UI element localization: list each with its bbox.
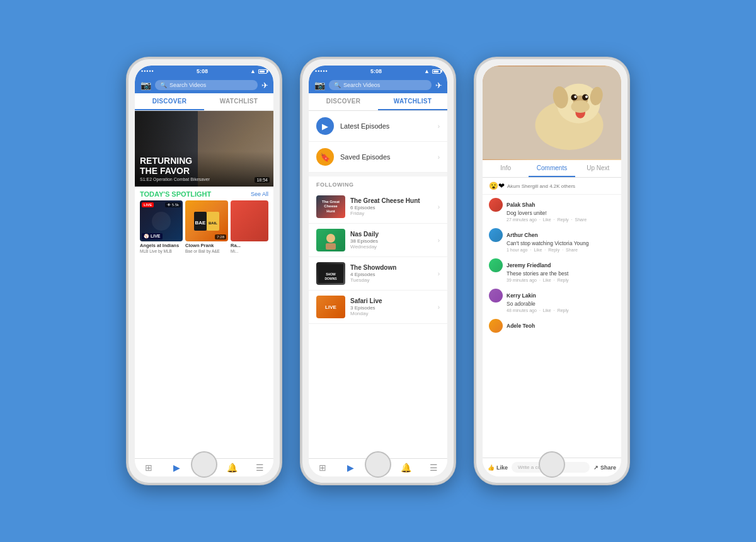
- video-source-0: MLB Live by MLB: [140, 249, 183, 253]
- search-label-1: Search Videos: [169, 82, 206, 88]
- comment-like-2[interactable]: Like: [543, 278, 551, 282]
- comment-reply-1[interactable]: Reply: [548, 248, 559, 252]
- hero-duration: 18:54: [255, 177, 270, 183]
- home-button-3[interactable]: [539, 451, 565, 478]
- video-info-1: Clown Prank Bae or Bail by A&E: [185, 241, 228, 255]
- comment-share-1[interactable]: Share: [566, 248, 578, 252]
- nav-video-2[interactable]: ▶: [336, 463, 364, 473]
- video-card-1[interactable]: 7:28 BAE BAIL Clown Pr: [185, 200, 228, 255]
- following-name-0: The Great Cheese Hunt: [350, 197, 433, 204]
- nav-bell-2[interactable]: 🔔: [392, 463, 420, 473]
- like-btn[interactable]: 👍 Like: [488, 464, 508, 471]
- detail-tab-info[interactable]: Info: [483, 160, 529, 177]
- comment-like-3[interactable]: Like: [543, 308, 551, 313]
- home-button-1[interactable]: [191, 451, 217, 478]
- video-hero[interactable]: [483, 66, 621, 160]
- svg-text:DOWNS: DOWNS: [324, 277, 337, 280]
- status-icons-1: ▲: [250, 68, 267, 74]
- video-card-2[interactable]: Ra... Mi...: [231, 200, 268, 255]
- video-thumb-1: 7:28 BAE BAIL: [185, 200, 228, 241]
- phone-screen-2: ••••• 5:08 ▲ 📷 🔍 Search Videos ✈: [309, 66, 447, 476]
- following-eps-1: 38 Episodes: [350, 238, 433, 244]
- following-item-0[interactable]: The GreatCheeseHunt The Great Cheese Hun…: [309, 190, 447, 224]
- signal-dots-1: •••••: [141, 68, 154, 74]
- tab-discover-1[interactable]: DISCOVER: [135, 93, 204, 110]
- svg-text:BAE: BAE: [195, 220, 207, 226]
- camera-icon-1[interactable]: 📷: [140, 80, 151, 90]
- hero-overlay: RETURNINGTHE FAVOR S1:E2 Operation Comba…: [135, 151, 273, 187]
- chevron-icon-1: ›: [438, 154, 440, 161]
- search-icon-2: 🔍: [334, 82, 341, 88]
- following-name-3: Safari Live: [350, 297, 433, 304]
- video-card-0[interactable]: LIVE 👁 5.5k ⚾ LIVE Angels at Indians MLB…: [140, 200, 183, 255]
- phone-3: Info Comments Up Next 😮❤ Akum Shergill a…: [474, 57, 630, 485]
- messenger-icon-2[interactable]: ✈: [435, 81, 442, 90]
- video-thumb-0: LIVE 👁 5.5k ⚾ LIVE: [140, 200, 183, 241]
- following-info-3: Safari Live 3 Episodes Monday: [350, 297, 433, 316]
- following-item-2[interactable]: SHOWDOWNS The Showdown 4 Episodes Tuesda…: [309, 257, 447, 291]
- detail-tab-upnext[interactable]: Up Next: [575, 160, 621, 177]
- reaction-icons: 😮❤: [489, 182, 505, 190]
- tab-discover-2[interactable]: DISCOVER: [309, 93, 378, 110]
- nav-home-1[interactable]: ⊞: [135, 463, 163, 473]
- detail-tab-comments[interactable]: Comments: [529, 160, 575, 177]
- hero-image-1[interactable]: RETURNINGTHE FAVOR S1:E2 Operation Comba…: [135, 111, 273, 187]
- svg-point-5: [326, 234, 335, 243]
- svg-point-0: [152, 212, 171, 231]
- video-info-2: Ra... Mi...: [231, 241, 268, 255]
- comment-content-4: Adele Teoh: [507, 319, 615, 333]
- search-bar-1[interactable]: 🔍 Search Videos: [155, 80, 258, 90]
- camera-icon-2[interactable]: 📷: [314, 80, 325, 90]
- screen-content-2: ••••• 5:08 ▲ 📷 🔍 Search Videos ✈: [309, 66, 447, 476]
- share-btn[interactable]: ↗ Share: [593, 464, 616, 471]
- watchlist-item-1[interactable]: 🔖 Saved Episodes ›: [309, 142, 447, 173]
- comment-text-2: These stories are the best: [507, 270, 615, 277]
- following-item-1[interactable]: Nas Daily 38 Episodes Wednesday ›: [309, 224, 447, 257]
- following-item-3[interactable]: LIVE Safari Live 3 Episodes Monday ›: [309, 291, 447, 324]
- tabs-1: DISCOVER WATCHLIST: [135, 93, 273, 111]
- comment-like-0[interactable]: Like: [543, 217, 551, 222]
- comment-reply-3[interactable]: Reply: [558, 308, 569, 313]
- comment-item-0: Palak Shah Dog lovers unite! 27 minutes …: [483, 195, 621, 225]
- comment-text-0: Dog lovers unite!: [507, 210, 615, 216]
- nav-menu-2[interactable]: ☰: [420, 463, 447, 473]
- comment-content-1: Arthur Chen Can't stop watching Victoria…: [507, 228, 615, 252]
- status-bar-1: ••••• 5:08 ▲: [135, 66, 273, 77]
- video-title-1: Clown Prank: [185, 243, 228, 248]
- comment-item-4: Adele Teoh: [483, 316, 621, 336]
- watchlist-item-0[interactable]: ▶ Latest Episodes ›: [309, 111, 447, 142]
- comment-like-1[interactable]: Like: [534, 248, 542, 252]
- nav-bell-1[interactable]: 🔔: [218, 463, 246, 473]
- tabs-2: DISCOVER WATCHLIST: [309, 93, 447, 111]
- following-eps-0: 6 Episodes: [350, 205, 433, 210]
- nav-menu-1[interactable]: ☰: [246, 463, 273, 473]
- following-day-2: Tuesday: [350, 277, 433, 283]
- chevron-following-2: ›: [438, 270, 440, 277]
- phone-1: ••••• 5:08 ▲ 📷 🔍 Search Videos ✈: [126, 57, 282, 485]
- home-button-2[interactable]: [365, 451, 391, 478]
- tab-watchlist-2[interactable]: WATCHLIST: [378, 93, 447, 110]
- comment-reply-2[interactable]: Reply: [558, 278, 569, 282]
- status-time-2: 5:08: [370, 68, 382, 74]
- reactions-text: Akum Shergill and 4.2K others: [507, 183, 575, 189]
- safari-thumb: LIVE: [316, 296, 345, 318]
- nav-home-2[interactable]: ⊞: [309, 463, 336, 473]
- messenger-icon-1[interactable]: ✈: [261, 81, 268, 90]
- comment-time-0: 27 minutes ago: [507, 217, 537, 222]
- comment-meta-0: 27 minutes ago · Like · Reply · Share: [507, 217, 615, 222]
- see-all-btn[interactable]: See All: [251, 191, 268, 197]
- dog-image: [483, 66, 621, 160]
- search-label-2: Search Videos: [343, 82, 380, 88]
- video-grid: LIVE 👁 5.5k ⚾ LIVE Angels at Indians MLB…: [135, 200, 273, 255]
- comment-reply-0[interactable]: Reply: [558, 217, 569, 222]
- nav-video-1[interactable]: ▶: [163, 463, 190, 473]
- search-bar-2[interactable]: 🔍 Search Videos: [329, 80, 432, 90]
- tab-watchlist-1[interactable]: WATCHLIST: [204, 93, 273, 110]
- comment-meta-1: 1 hour ago · Like · Reply · Share: [507, 248, 615, 252]
- comment-text-1: Can't stop watching Victoria Young: [507, 240, 615, 246]
- avatar-arthur: [489, 228, 503, 242]
- hero-title: RETURNINGTHE FAVOR: [140, 156, 268, 176]
- screen-content-1: ••••• 5:08 ▲ 📷 🔍 Search Videos ✈: [135, 66, 273, 476]
- play-icon: ▶: [316, 117, 334, 135]
- comment-share-0[interactable]: Share: [575, 217, 587, 222]
